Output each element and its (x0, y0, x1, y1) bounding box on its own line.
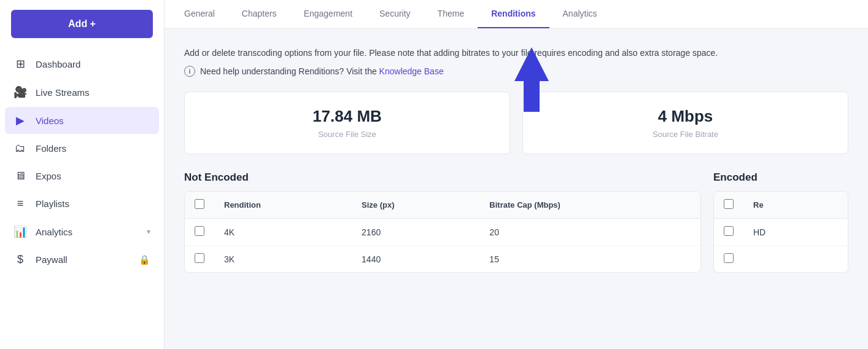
encoded-table: Re HD (713, 191, 848, 273)
lock-icon: 🔒 (139, 254, 150, 265)
content-area: Add or delete transcoding options from y… (165, 29, 868, 349)
chevron-down-icon: ▾ (147, 227, 150, 236)
encoded-row-checkbox-cell[interactable] (714, 219, 743, 246)
not-encoded-title: Not Encoded (184, 171, 701, 184)
table-row: 3K 1440 15 (185, 246, 700, 273)
tab-renditions[interactable]: Renditions (478, 0, 549, 28)
not-encoded-check-header (185, 192, 214, 219)
table-row: 4K 2160 20 (185, 219, 700, 246)
sidebar-item-label: Live Streams (36, 87, 90, 98)
bitrate-cell: 15 (479, 246, 700, 273)
sidebar-item-label: Playlists (36, 198, 69, 209)
source-file-size-label: Source File Size (318, 130, 376, 139)
sidebar-item-label: Paywall (36, 254, 68, 265)
sidebar-item-live-streams[interactable]: 🎥 Live Streams (5, 79, 159, 106)
encoded-rendition-cell: HD (743, 219, 848, 246)
select-all-not-encoded[interactable] (195, 199, 204, 209)
source-file-bitrate-card: 4 Mbps Source File Bitrate (522, 92, 848, 154)
row-checkbox[interactable] (724, 253, 734, 263)
tab-theme[interactable]: Theme (424, 0, 478, 28)
encoded-check-header (714, 192, 743, 219)
sidebar-item-label: Expos (36, 171, 61, 181)
rendition-cell: 3K (214, 246, 352, 273)
table-row: HD (714, 219, 848, 246)
size-cell: 2160 (352, 219, 479, 246)
size-cell: 1440 (352, 246, 479, 273)
row-checkbox[interactable] (195, 253, 204, 263)
sidebar-nav: ⊞ Dashboard 🎥 Live Streams ▶ Videos 🗂 Fo… (0, 50, 164, 273)
row-checkbox[interactable] (195, 226, 204, 236)
encoded-rendition-cell (743, 246, 848, 273)
tab-analytics[interactable]: Analytics (549, 0, 611, 28)
encoded-row-checkbox-cell[interactable] (714, 246, 743, 273)
live-streams-icon: 🎥 (14, 85, 27, 99)
sidebar-item-expos[interactable]: 🖥 Expos (5, 163, 159, 189)
tab-engagement[interactable]: Engagement (290, 0, 366, 28)
row-checkbox-cell[interactable] (185, 246, 214, 273)
sidebar: Add + ⊞ Dashboard 🎥 Live Streams ▶ Video… (0, 0, 165, 349)
not-encoded-table: Rendition Size (px) Bitrate Cap (Mbps) 4… (184, 191, 701, 273)
source-file-bitrate-label: Source File Bitrate (653, 130, 718, 139)
arrow-up-icon (514, 47, 549, 81)
sidebar-item-dashboard[interactable]: ⊞ Dashboard (5, 50, 159, 77)
select-all-encoded[interactable] (724, 199, 734, 209)
sidebar-item-analytics[interactable]: 📊 Analytics ▾ (5, 218, 159, 245)
sidebar-item-label: Folders (36, 143, 66, 154)
encoded-rendition-header: Re (743, 192, 848, 219)
arrow-indicator (514, 47, 549, 81)
rendition-column-header: Rendition (214, 192, 352, 219)
sidebar-item-folders[interactable]: 🗂 Folders (5, 135, 159, 162)
knowledge-base-link[interactable]: Knowledge Base (379, 66, 444, 76)
expos-icon: 🖥 (14, 170, 27, 182)
size-column-header: Size (px) (352, 192, 479, 219)
stats-row: 17.84 MB Source File Size 4 Mbps Source … (184, 92, 848, 154)
playlists-icon: ≡ (14, 197, 27, 210)
main-content: General Chapters Engagement Security The… (165, 0, 868, 349)
not-encoded-section: Not Encoded Rendition Size (px) Bitrate … (184, 171, 701, 273)
tab-chapters[interactable]: Chapters (228, 0, 290, 28)
sidebar-item-paywall[interactable]: $ Paywall 🔒 (5, 246, 159, 273)
row-checkbox-cell[interactable] (185, 219, 214, 246)
row-checkbox[interactable] (724, 226, 734, 236)
sidebar-item-playlists[interactable]: ≡ Playlists (5, 190, 159, 217)
sidebar-item-label: Dashboard (36, 59, 80, 69)
encoded-section: Encoded Re (713, 171, 848, 273)
dashboard-icon: ⊞ (14, 57, 27, 71)
help-text: Need help understanding Renditions? Visi… (200, 66, 444, 76)
sidebar-item-label: Analytics (36, 227, 72, 237)
source-file-size-value: 17.84 MB (312, 107, 382, 126)
videos-icon: ▶ (14, 114, 27, 127)
bitrate-column-header: Bitrate Cap (Mbps) (479, 192, 700, 219)
info-description: Add or delete transcoding options from y… (184, 46, 798, 60)
sidebar-item-videos[interactable]: ▶ Videos (5, 107, 159, 134)
rendition-cell: 4K (214, 219, 352, 246)
tab-general[interactable]: General (171, 0, 228, 28)
analytics-icon: 📊 (14, 225, 27, 238)
tab-security[interactable]: Security (366, 0, 424, 28)
encoded-title: Encoded (713, 171, 848, 184)
source-file-bitrate-value: 4 Mbps (658, 107, 713, 126)
bitrate-cell: 20 (479, 219, 700, 246)
table-row (714, 246, 848, 273)
info-icon: i (184, 66, 195, 77)
tables-row: Not Encoded Rendition Size (px) Bitrate … (184, 171, 848, 273)
add-button[interactable]: Add + (11, 10, 153, 38)
paywall-icon: $ (14, 253, 27, 266)
source-file-size-card: 17.84 MB Source File Size (184, 92, 510, 154)
sidebar-item-label: Videos (36, 116, 64, 126)
folders-icon: 🗂 (14, 142, 27, 155)
tabs-bar: General Chapters Engagement Security The… (165, 0, 868, 29)
